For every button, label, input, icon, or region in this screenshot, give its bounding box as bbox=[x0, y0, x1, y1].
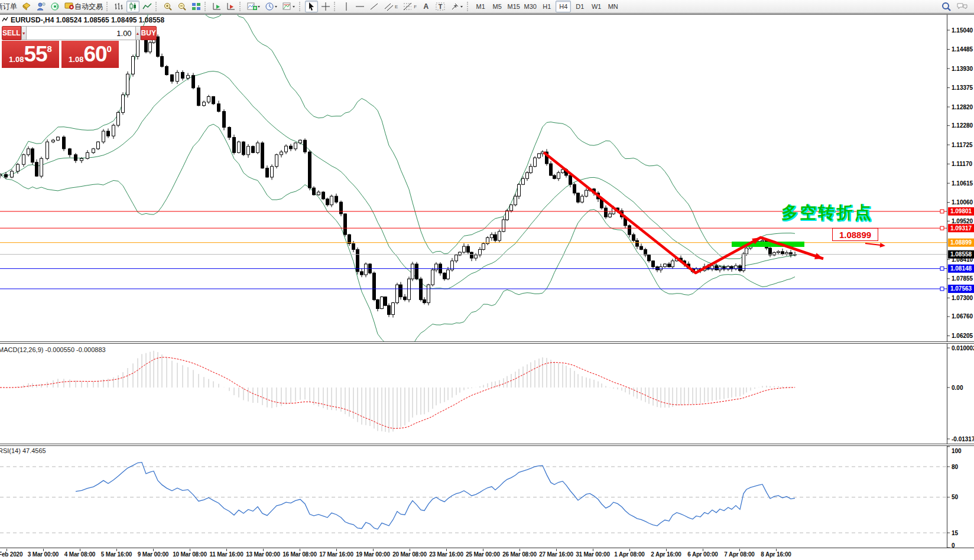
rsi-line bbox=[76, 463, 795, 529]
svg-text:1.15040: 1.15040 bbox=[952, 27, 973, 34]
line-chart-icon[interactable] bbox=[141, 1, 154, 12]
sell-price-big: 55 bbox=[24, 43, 47, 66]
sell-price-base: 1.08 bbox=[9, 55, 24, 64]
periods-icon[interactable] bbox=[263, 1, 280, 12]
indicators-icon[interactable] bbox=[245, 1, 262, 12]
svg-text:T: T bbox=[439, 3, 443, 10]
rsi-pane[interactable]: 1008050150 bbox=[0, 446, 974, 548]
toolbar-separator bbox=[467, 2, 471, 11]
time-label: 23 Mar 16:00 bbox=[429, 551, 463, 558]
svg-text:1.09520: 1.09520 bbox=[952, 218, 973, 224]
fibonacci-tool-icon[interactable]: F bbox=[401, 1, 418, 12]
timeframe-w1[interactable]: W1 bbox=[589, 1, 604, 12]
text-tool-icon[interactable]: A bbox=[420, 1, 432, 12]
timeframe-m30[interactable]: M30 bbox=[522, 1, 538, 12]
autotrading-button[interactable]: 自动交易 bbox=[63, 1, 105, 12]
svg-text:1.07855: 1.07855 bbox=[952, 275, 973, 282]
timeframe-d1[interactable]: D1 bbox=[572, 1, 587, 12]
volume-increase-button[interactable]: ▲ bbox=[135, 26, 141, 40]
label-tool-icon[interactable]: T bbox=[433, 1, 447, 12]
toolbar-separator bbox=[334, 2, 338, 11]
candles bbox=[0, 28, 797, 317]
macd-pane[interactable]: 0.0100020.00-0.013171 bbox=[0, 344, 974, 444]
equidistant-channel-icon[interactable]: E bbox=[382, 1, 400, 12]
time-label: 25 Mar 00:00 bbox=[466, 551, 500, 558]
zoom-out-icon[interactable] bbox=[176, 1, 189, 12]
vertical-line-tool-icon[interactable] bbox=[340, 1, 352, 12]
timeframe-mn[interactable]: MN bbox=[605, 1, 621, 12]
rsi-axis[interactable]: 1008050150 bbox=[947, 447, 962, 548]
trendline-tool-icon[interactable] bbox=[368, 1, 381, 12]
macd-axis[interactable]: 0.0100020.00-0.013171 bbox=[947, 345, 974, 442]
main-chart-pane[interactable]: 1.150401.144851.139301.133751.128201.122… bbox=[0, 14, 974, 341]
time-label: 11 Mar 16:00 bbox=[209, 551, 243, 558]
autotrading-icon bbox=[64, 1, 74, 12]
auto-scroll-icon[interactable] bbox=[210, 1, 223, 12]
templates-icon[interactable] bbox=[281, 1, 297, 12]
new-order-button[interactable]: 新订单 bbox=[0, 1, 19, 12]
arrows-tool-icon[interactable] bbox=[449, 1, 465, 12]
timeframe-m15[interactable]: M15 bbox=[506, 1, 521, 12]
profile-icon[interactable] bbox=[34, 1, 47, 12]
svg-text:1.14485: 1.14485 bbox=[952, 46, 973, 53]
timeframe-m5[interactable]: M5 bbox=[489, 1, 505, 12]
sell-button[interactable]: SELL bbox=[2, 26, 21, 40]
time-label: 8 Apr 16:00 bbox=[761, 551, 791, 558]
timeframe-toolbar: M1M5M15M30H1H4D1W1MN bbox=[472, 1, 621, 12]
crosshair-icon[interactable] bbox=[319, 1, 332, 12]
buy-button[interactable]: BUY bbox=[141, 26, 157, 40]
svg-text:1.13930: 1.13930 bbox=[952, 66, 973, 72]
timeframe-h4[interactable]: H4 bbox=[556, 1, 571, 12]
svg-text:0.00: 0.00 bbox=[952, 385, 963, 391]
new-order-label: 新订单 bbox=[0, 2, 17, 12]
svg-text:1.07300: 1.07300 bbox=[952, 295, 973, 301]
time-axis[interactable]: 28 Feb 20203 Mar 00:004 Mar 08:005 Mar 1… bbox=[0, 549, 974, 560]
chart-shift-icon[interactable] bbox=[225, 1, 238, 12]
signal-icon[interactable] bbox=[48, 1, 61, 12]
timeframe-h1[interactable]: H1 bbox=[539, 1, 554, 12]
time-label: 27 Mar 16:00 bbox=[539, 551, 573, 558]
timeframe-m1[interactable]: M1 bbox=[473, 1, 488, 12]
time-label: 4 Mar 08:00 bbox=[64, 551, 95, 558]
zoom-in-icon[interactable] bbox=[161, 1, 174, 12]
autotrading-label: 自动交易 bbox=[74, 2, 103, 12]
cursor-icon[interactable] bbox=[305, 1, 318, 12]
buy-price-panel[interactable]: 1.08 60 0 bbox=[61, 41, 119, 68]
svg-text:-0.013171: -0.013171 bbox=[952, 436, 974, 442]
volume-input[interactable] bbox=[27, 26, 135, 40]
search-icon[interactable] bbox=[939, 1, 953, 12]
time-label: 10 Mar 08:00 bbox=[173, 551, 207, 558]
turning-point-annotation[interactable]: 多空转折点 bbox=[781, 201, 873, 224]
svg-text:100: 100 bbox=[952, 448, 962, 454]
package-icon[interactable] bbox=[20, 1, 33, 12]
time-label: 1 Apr 08:00 bbox=[614, 551, 644, 558]
time-label: 20 Mar 08:00 bbox=[392, 551, 427, 558]
price-level-tag[interactable]: 1.08899 bbox=[832, 228, 878, 241]
time-label: 13 Mar 00:00 bbox=[246, 551, 280, 558]
toolbar-separator bbox=[106, 2, 111, 11]
candlestick-chart-icon[interactable] bbox=[126, 1, 139, 12]
one-click-trading-widget: SELL ▼ ▲ BUY 1.08 55 8 1.08 60 0 bbox=[2, 26, 119, 68]
bar-chart-icon[interactable] bbox=[112, 1, 125, 12]
time-label: 19 Mar 00:00 bbox=[356, 551, 390, 558]
svg-text:0: 0 bbox=[952, 542, 955, 549]
horizontal-line-tool-icon[interactable] bbox=[353, 1, 366, 12]
volume-decrease-button[interactable]: ▼ bbox=[21, 26, 27, 40]
line-handle bbox=[940, 267, 944, 271]
svg-text:1.09317: 1.09317 bbox=[950, 225, 972, 232]
svg-text:50: 50 bbox=[952, 494, 959, 500]
svg-text:1.08899: 1.08899 bbox=[950, 239, 972, 246]
tile-windows-icon[interactable] bbox=[190, 1, 203, 12]
mt4-window: 新订单 自动交易 E F A T bbox=[0, 0, 974, 560]
chat-icon[interactable] bbox=[954, 1, 970, 12]
rsi-level-lines bbox=[0, 467, 947, 533]
time-label: 6 Apr 00:00 bbox=[687, 551, 717, 558]
price-axis[interactable]: 1.150401.144851.139301.133751.128201.122… bbox=[947, 27, 974, 339]
time-label: 9 Mar 00:00 bbox=[138, 551, 168, 558]
chart-window-icon bbox=[2, 16, 8, 24]
time-label: 5 Mar 16:00 bbox=[101, 551, 132, 558]
time-label: 7 Apr 08:00 bbox=[724, 551, 754, 558]
svg-text:1.06760: 1.06760 bbox=[952, 313, 973, 320]
sell-price-panel[interactable]: 1.08 55 8 bbox=[2, 41, 59, 68]
buy-price-pip: 0 bbox=[107, 44, 112, 54]
